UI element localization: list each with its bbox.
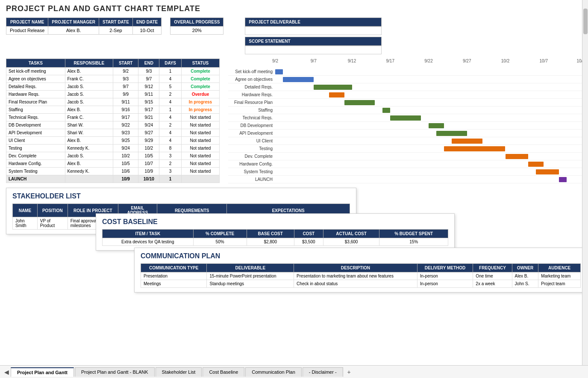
col-end-date: END DATE [132,18,161,27]
comm-col-header: COMMUNICATION TYPE [141,264,207,272]
col-start-date: START DATE [99,18,133,27]
task-cell: Alex B. [65,68,113,75]
comm-cell: John S. [512,280,538,288]
scope-body [245,46,382,54]
comm-cell: Alex B. [512,272,538,280]
comm-cell: 15-minute PowerPoint presentation [207,272,294,280]
task-cell: Jacob S. [65,83,113,91]
scrollbar-right[interactable] [582,0,588,316]
task-status: In progress [181,98,219,106]
task-cell: 9/11 [138,91,159,98]
task-cell: 9/17 [138,106,159,114]
gantt-row-label: DB Development [228,123,275,128]
task-cell: 2 [159,160,182,168]
cost-cell: Extra devices for QA testing [103,238,194,246]
comm-cell: Meetings [141,280,207,288]
gantt-bar [390,115,421,121]
comm-cell: Presentation [141,272,207,280]
task-cell: 4 [159,129,182,137]
task-cell: 9/25 [113,137,138,145]
task-cell: 9/24 [138,121,159,129]
task-cell: 9/21 [138,114,159,121]
project-info-section: PROJECT NAME PROJECT MANAGER START DATE … [6,18,162,41]
gantt-date-label: 9/2 [272,59,278,63]
gantt-bar [344,100,375,105]
main-area: PROJECT PLAN AND GANTT CHART TEMPLATE PR… [0,0,588,316]
gantt-row: Testing [228,145,582,153]
cost-col-header: COST [294,230,323,238]
gantt-bar [329,92,344,97]
task-cell: Shari W. [65,121,113,129]
task-status: Not started [181,137,219,145]
gantt-date-label: 10/7 [540,59,548,63]
gantt-date-label: 9/12 [348,59,356,63]
overall-progress-value: 20% [171,27,223,35]
task-col-header: RESPONSIBLE [65,59,113,68]
task-cell: Alex B. [65,160,113,168]
gantt-row-label: LAUNCH [228,177,275,182]
comm-cell: Check in about status [294,280,417,288]
scrollbar-thumb[interactable] [583,9,588,34]
task-cell: Technical Reqs. [6,114,65,121]
cost-cell: $3,600 [323,238,379,246]
gantt-bar [528,162,544,167]
overall-progress-table: OVERALL PROGRESS 20% [170,18,223,35]
comm-col-header: AUDIENCE [538,264,581,272]
gantt-row-label: Set kick-off meeting [228,69,275,74]
task-status: Not started [181,168,219,175]
start-date-value: 2-Sep [99,27,133,35]
comm-table: COMMUNICATION TYPEDELIVERABLEDESCRIPTION… [141,263,581,288]
cost-cell: 50% [193,238,247,246]
gantt-date-label: 9/17 [386,59,394,63]
deliverable-body [245,27,382,35]
cost-card: COST BASELINE ITEM / TASK% COMPLETEBASE … [96,213,455,251]
cost-col-header: ACTUAL COST [323,230,379,238]
comm-cell: Marketing team [538,272,581,280]
col-project-manager: PROJECT MANAGER [48,18,99,27]
task-cell: 4 [159,98,182,106]
task-cell: 10/2 [138,145,159,152]
comm-cell: 2x a week [473,280,512,288]
gantt-section: 9/29/79/129/179/229/2710/210/710/12Set k… [228,59,582,183]
gantt-row-label: Hardware Config. [228,162,275,166]
project-name-value: Product Release [6,27,48,35]
comm-col-header: DESCRIPTION [294,264,417,272]
task-cell: 9/12 [138,83,159,91]
gantt-row-label: Testing [228,146,275,151]
comm-col-header: DELIVERY METHOD [417,264,473,272]
task-cell: 9/17 [113,114,138,121]
cost-cell: 15% [379,238,448,246]
task-cell [65,175,113,183]
bottom-section: STAKEHOLDER LIST NAMEPOSITIONROLE IN PRO… [6,188,582,312]
gantt-row: Technical Reqs. [228,114,582,122]
task-cell: 4 [159,137,182,145]
task-cell: Set kick-off meeting [6,68,65,75]
task-cell: Frank C. [65,75,113,83]
task-cell: 9/27 [138,129,159,137]
col-project-name: PROJECT NAME [6,18,48,27]
gantt-bar [382,108,390,113]
task-cell: 10/2 [113,152,138,160]
task-cell: 2 [159,91,182,98]
comm-cell: One time [473,272,512,280]
task-status: Complete [181,75,219,83]
task-cell: 2 [159,121,182,129]
gantt-row: UI Client [228,137,582,145]
gantt-row: DB Development [228,122,582,130]
task-cell: Final Resource Plan [6,98,65,106]
task-cell: 9/15 [138,98,159,106]
gantt-bar [314,85,352,90]
comm-cell: In-person [417,272,473,280]
task-cell: 9/16 [113,106,138,114]
cost-cell: $3,500 [294,238,323,246]
task-cell: Jacob S. [65,152,113,160]
task-cell: 1 [159,175,182,183]
task-cell: 10/10 [138,175,159,183]
gantt-row: Final Resource Plan [228,99,582,106]
gantt-row-label: UI Client [228,139,275,143]
task-status: Overdue [181,91,219,98]
gantt-bar [444,146,506,151]
task-cell: Staffing [6,106,65,114]
stakeholder-col-header: NAME [13,204,38,217]
page-title: PROJECT PLAN AND GANTT CHART TEMPLATE [6,4,582,13]
